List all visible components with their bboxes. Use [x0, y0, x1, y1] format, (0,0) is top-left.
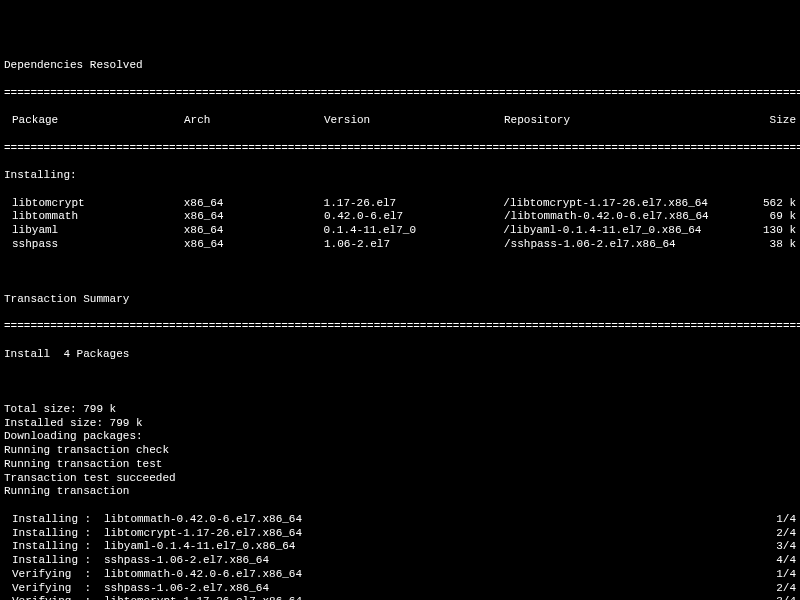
rule: ========================================… — [4, 320, 796, 334]
installing-label: Installing: — [4, 169, 796, 183]
hdr-version: Version — [324, 114, 504, 128]
progress-row: Installing :sshpass-1.06-2.el7.x86_644/4 — [4, 554, 796, 568]
progress-row: Verifying :libtomcrypt-1.17-26.el7.x86_6… — [4, 595, 796, 600]
status-line: Total size: 799 k — [4, 403, 796, 417]
hdr-arch: Arch — [184, 114, 324, 128]
progress-row: Installing :libtomcrypt-1.17-26.el7.x86_… — [4, 527, 796, 541]
package-row: libyamlx86_640.1.4-11.el7_0/libyaml-0.1.… — [4, 224, 796, 238]
package-row: libtomcryptx86_641.17-26.el7/libtomcrypt… — [4, 197, 796, 211]
status-line: Running transaction test — [4, 458, 796, 472]
status-line: Running transaction check — [4, 444, 796, 458]
status-line: Downloading packages: — [4, 430, 796, 444]
progress-row: Verifying :libtommath-0.42.0-6.el7.x86_6… — [4, 568, 796, 582]
progress-row: Installing :libtommath-0.42.0-6.el7.x86_… — [4, 513, 796, 527]
status-line: Transaction test succeeded — [4, 472, 796, 486]
table-header: Package Arch Version Repository Size — [4, 114, 796, 128]
hdr-repo: Repository — [504, 114, 764, 128]
package-row: libtommathx86_640.42.0-6.el7/libtommath-… — [4, 210, 796, 224]
progress-row: Verifying :sshpass-1.06-2.el7.x86_642/4 — [4, 582, 796, 596]
package-row: sshpassx86_641.06-2.el7/sshpass-1.06-2.e… — [4, 238, 796, 252]
hdr-size: Size — [764, 114, 796, 128]
deps-resolved-title: Dependencies Resolved — [4, 59, 796, 73]
rule: ========================================… — [4, 142, 796, 156]
tx-summary: Transaction Summary — [4, 293, 796, 307]
install-count: Install 4 Packages — [4, 348, 796, 362]
rule: ========================================… — [4, 87, 796, 101]
hdr-package: Package — [4, 114, 184, 128]
status-line: Installed size: 799 k — [4, 417, 796, 431]
status-line: Running transaction — [4, 485, 796, 499]
progress-row: Installing :libyaml-0.1.4-11.el7_0.x86_6… — [4, 540, 796, 554]
